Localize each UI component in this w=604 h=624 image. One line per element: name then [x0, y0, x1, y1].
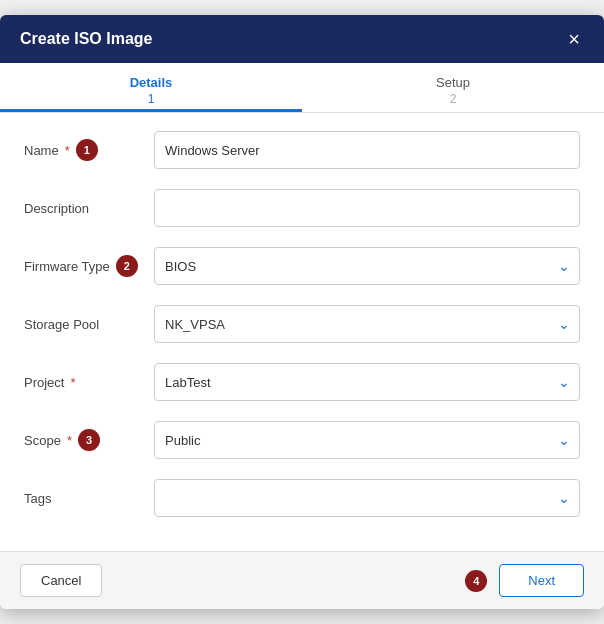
- firmware-label: Firmware Type 2: [24, 255, 154, 277]
- firmware-row: Firmware Type 2 BIOS UEFI ⌄: [24, 245, 580, 287]
- step-badge-4: 4: [465, 570, 487, 592]
- storage-select[interactable]: NK_VPSA: [154, 305, 580, 343]
- project-label: Project*: [24, 375, 154, 390]
- tabs-container: Details 1 Setup 2: [0, 63, 604, 113]
- tab-setup-label: Setup: [302, 75, 604, 90]
- description-input[interactable]: [154, 189, 580, 227]
- scope-label: Scope* 3: [24, 429, 154, 451]
- storage-label: Storage Pool: [24, 317, 154, 332]
- footer-right: 4 Next: [465, 564, 584, 597]
- step-badge-3: 3: [78, 429, 100, 451]
- tags-label: Tags: [24, 491, 154, 506]
- name-label: Name* 1: [24, 139, 154, 161]
- tags-select[interactable]: [154, 479, 580, 517]
- name-input[interactable]: [154, 131, 580, 169]
- cancel-button[interactable]: Cancel: [20, 564, 102, 597]
- modal-footer: Cancel 4 Next: [0, 551, 604, 609]
- project-select[interactable]: LabTest: [154, 363, 580, 401]
- tags-row: Tags ⌄: [24, 477, 580, 519]
- scope-select-wrapper: Public Private ⌄: [154, 421, 580, 459]
- tab-details[interactable]: Details 1: [0, 63, 302, 112]
- storage-row: Storage Pool NK_VPSA ⌄: [24, 303, 580, 345]
- tab-setup[interactable]: Setup 2: [302, 63, 604, 112]
- scope-select[interactable]: Public Private: [154, 421, 580, 459]
- tags-select-wrapper: ⌄: [154, 479, 580, 517]
- next-button[interactable]: Next: [499, 564, 584, 597]
- step-badge-1: 1: [76, 139, 98, 161]
- tab-setup-underline: [302, 109, 604, 112]
- tab-details-number: 1: [0, 92, 302, 106]
- tab-details-underline: [0, 109, 302, 112]
- firmware-select-wrapper: BIOS UEFI ⌄: [154, 247, 580, 285]
- modal-body: Name* 1 Description Firmware Type 2 BIOS…: [0, 113, 604, 551]
- tab-details-label: Details: [0, 75, 302, 90]
- firmware-select[interactable]: BIOS UEFI: [154, 247, 580, 285]
- close-button[interactable]: ×: [564, 29, 584, 49]
- tab-setup-number: 2: [302, 92, 604, 106]
- project-select-wrapper: LabTest ⌄: [154, 363, 580, 401]
- modal-title: Create ISO Image: [20, 30, 153, 48]
- step-badge-2: 2: [116, 255, 138, 277]
- storage-select-wrapper: NK_VPSA ⌄: [154, 305, 580, 343]
- modal-header: Create ISO Image ×: [0, 15, 604, 63]
- description-row: Description: [24, 187, 580, 229]
- create-iso-modal: Create ISO Image × Details 1 Setup 2 Nam…: [0, 15, 604, 609]
- scope-row: Scope* 3 Public Private ⌄: [24, 419, 580, 461]
- description-label: Description: [24, 201, 154, 216]
- project-row: Project* LabTest ⌄: [24, 361, 580, 403]
- name-row: Name* 1: [24, 129, 580, 171]
